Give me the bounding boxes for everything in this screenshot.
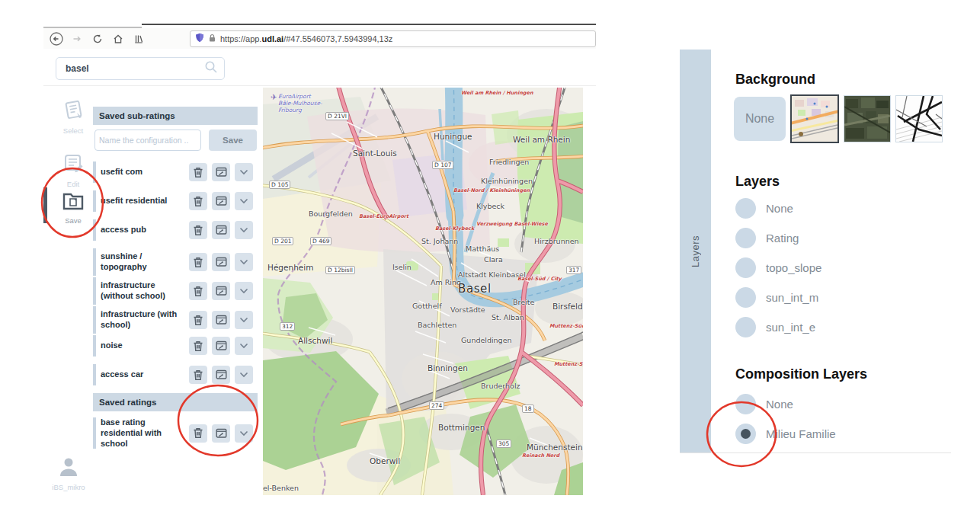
tool-edit[interactable]: Edit — [50, 151, 96, 188]
radio-option-sun-int-m[interactable]: sun_int_m — [735, 287, 821, 308]
expand-button[interactable] — [235, 221, 253, 239]
map-label-exit: Weil am Rhein / Huningen — [461, 90, 533, 96]
map-label-place: Oberwil — [370, 456, 400, 465]
header-divider — [43, 85, 596, 86]
delete-button[interactable] — [189, 163, 207, 181]
expand-button[interactable] — [235, 424, 253, 443]
radio-option-milieu-familie[interactable]: Milieu Familie — [735, 424, 836, 444]
library-button[interactable] — [132, 32, 146, 46]
row-accent-bar — [93, 190, 96, 212]
load-on-map-button[interactable] — [212, 337, 230, 355]
expand-button[interactable] — [235, 311, 253, 329]
background-thumb-sketch[interactable] — [895, 95, 943, 142]
save-configuration-button[interactable]: Save — [209, 130, 257, 151]
map-label-place: Saint-Louis — [353, 149, 397, 158]
address-bar[interactable]: https://app.udl.ai/#47.5546073,7.5943994… — [190, 30, 596, 47]
forward-button[interactable] — [70, 32, 84, 46]
reload-button[interactable] — [91, 32, 104, 46]
radio-circle[interactable] — [735, 394, 756, 414]
load-on-map-button[interactable] — [212, 282, 230, 300]
rating-row: usefit com — [93, 161, 258, 183]
radio-circle[interactable] — [735, 198, 756, 219]
background-thumb-streets[interactable] — [790, 94, 839, 143]
map-label-place: Iselin — [392, 263, 412, 271]
tool-edit-label: Edit — [50, 180, 96, 188]
back-button[interactable] — [50, 32, 63, 46]
expand-button[interactable] — [235, 192, 253, 210]
layers-panel-tab[interactable]: Layers — [680, 50, 711, 453]
configuration-name-input[interactable] — [94, 130, 201, 151]
load-on-map-button[interactable] — [212, 311, 230, 329]
map-label-exit: Reinach Nord — [522, 452, 559, 459]
expand-button[interactable] — [235, 337, 253, 355]
delete-button[interactable] — [189, 253, 207, 271]
map-canvas[interactable]: ✈ EuroAirportBâle-Mulhouse-FribourgSaint… — [263, 88, 583, 495]
tool-select[interactable]: Select — [50, 98, 96, 135]
rating-row: sunshine / topography — [93, 248, 258, 276]
delete-button[interactable] — [189, 366, 207, 384]
delete-button[interactable] — [189, 311, 207, 329]
map-label-place: Bottmingen — [438, 423, 485, 432]
radio-option-none[interactable]: None — [735, 394, 836, 414]
radio-circle[interactable] — [735, 257, 756, 278]
map-label-place: Kleinhüningen — [481, 177, 533, 185]
delete-button[interactable] — [189, 337, 207, 355]
home-button[interactable] — [111, 32, 125, 46]
radio-option-rating[interactable]: Rating — [735, 228, 821, 248]
load-on-map-button[interactable] — [212, 253, 230, 271]
radio-option-topo-slope[interactable]: topo_slope — [735, 257, 821, 278]
map-label-place: Basel — [458, 282, 492, 296]
radio-label: None — [766, 398, 793, 411]
map-label-place: St. Johann — [421, 237, 458, 245]
load-on-map-button[interactable] — [212, 163, 230, 181]
load-on-map-button[interactable] — [212, 192, 230, 210]
search-icon[interactable] — [204, 60, 218, 77]
radio-circle[interactable] — [735, 287, 756, 308]
radio-circle[interactable] — [735, 317, 756, 337]
map-label-place: Gotthelf — [412, 302, 441, 310]
rating-row: usefit residential — [93, 190, 258, 212]
row-accent-bar — [93, 219, 96, 241]
row-accent-bar — [93, 417, 96, 449]
row-accent-bar — [93, 306, 96, 334]
tool-save[interactable]: Save — [50, 189, 96, 225]
delete-button[interactable] — [189, 221, 207, 239]
rating-name: sunshine / topography — [101, 251, 186, 273]
radio-circle[interactable] — [735, 228, 756, 248]
padlock-icon[interactable] — [208, 32, 216, 46]
background-option-none[interactable]: None — [734, 97, 786, 141]
delete-button[interactable] — [189, 282, 207, 300]
map-label-place: Vorstädte — [450, 305, 485, 314]
search-box[interactable] — [56, 57, 225, 80]
map-label-airport: Bâle-Mulhouse- — [278, 101, 322, 107]
expand-button[interactable] — [235, 253, 253, 271]
radio-circle[interactable] — [735, 424, 756, 444]
map-label-airport: EuroAirport — [278, 94, 311, 100]
background-thumb-satellite[interactable] — [844, 95, 891, 142]
map-road-shield: 312 — [280, 322, 295, 331]
delete-button[interactable] — [189, 192, 207, 210]
search-input[interactable] — [64, 62, 204, 75]
expand-button[interactable] — [235, 366, 253, 384]
expand-button[interactable] — [235, 163, 253, 181]
user-avatar[interactable]: iBS_mikro — [46, 456, 91, 491]
load-on-map-button[interactable] — [212, 221, 230, 239]
map-label-place: el-Benken — [263, 484, 299, 492]
map-labels: EuroAirportBâle-Mulhouse-FribourgSaint-L… — [263, 88, 583, 495]
load-on-map-button[interactable] — [212, 424, 230, 443]
map-label-place: Matthäus — [466, 245, 499, 253]
map-label-place: Clara — [484, 255, 503, 264]
map-label-place: Altstadt Kleinbasel — [458, 270, 526, 279]
map-label-place: Münchenstein — [527, 443, 583, 452]
radio-option-sun-int-e[interactable]: sun_int_e — [735, 317, 821, 337]
delete-button[interactable] — [189, 424, 207, 443]
rating-row: infrastructure (without school) — [93, 277, 258, 305]
screenshot-canvas: https://app.udl.ai/#47.5546073,7.5943994… — [0, 0, 980, 518]
expand-button[interactable] — [235, 282, 253, 300]
tracking-protection-shield-icon[interactable] — [195, 32, 204, 46]
radio-option-none[interactable]: None — [735, 198, 821, 219]
url-text: https://app.udl.ai/#47.5546073,7.5943994… — [220, 34, 392, 43]
load-on-map-button[interactable] — [212, 366, 230, 384]
sub-ratings-header: Saved sub-ratings — [93, 107, 258, 125]
radio-label: topo_slope — [766, 261, 821, 274]
